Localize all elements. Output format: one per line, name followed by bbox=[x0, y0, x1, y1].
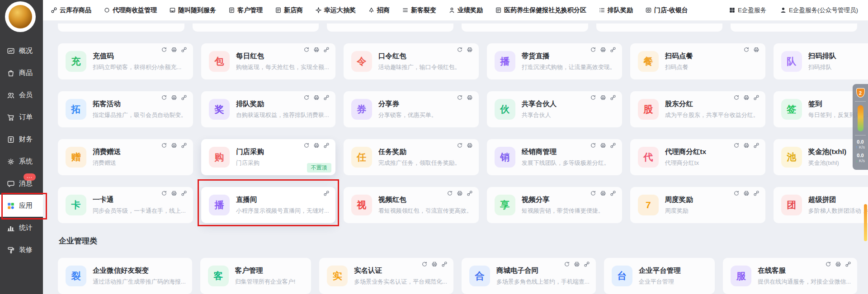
app-card-live-room[interactable]: 播 直播间 小程序显示视频号直播间，无缝对... bbox=[201, 187, 335, 223]
link-icon[interactable] bbox=[323, 94, 330, 101]
scrollbar-thumb[interactable] bbox=[864, 204, 867, 241]
sync-icon[interactable] bbox=[825, 261, 831, 267]
sidebar-item-system[interactable]: 系统 bbox=[0, 150, 43, 173]
link-icon[interactable] bbox=[610, 47, 616, 53]
app-card-customer-expansion[interactable]: 拓 拓客活动 指定爆品推广，吸引会员自动裂变。 bbox=[58, 91, 193, 127]
sync-icon[interactable] bbox=[590, 190, 596, 196]
topnav-item-queue-reward[interactable]: 排队奖励 bbox=[599, 6, 633, 14]
print-icon[interactable] bbox=[467, 47, 473, 53]
link-icon[interactable] bbox=[753, 94, 760, 101]
print-icon[interactable] bbox=[171, 142, 177, 149]
link-icon[interactable] bbox=[467, 190, 473, 196]
print-icon[interactable] bbox=[600, 47, 606, 53]
sync-icon[interactable] bbox=[457, 47, 463, 53]
app-card-wecom-friend-fission[interactable]: 裂 企业微信好友裂变 通过活动推广生成带推广码的海报... bbox=[58, 258, 192, 294]
topnav-item-agent-revenue[interactable]: 代理商收益管理 bbox=[104, 6, 157, 14]
app-card-shareholder-dividend[interactable]: 股 股东分红 成为平台股东，共享平台收益分红。 bbox=[630, 91, 765, 127]
print-icon[interactable] bbox=[313, 47, 320, 53]
app-card-video-redpacket[interactable]: 视 视频红包 看短视频领红包，引流宣传更高效。 bbox=[344, 187, 479, 223]
app-card-dealer-mgmt[interactable]: 销 经销商管理 发展下线团队，多等级极差分红。 bbox=[487, 139, 622, 175]
app-card-store-purchase[interactable]: 购 门店采购 门店采购 不置顶 bbox=[201, 139, 335, 175]
sync-icon[interactable] bbox=[590, 142, 596, 149]
app-card-consumption-gift[interactable]: 赠 消费赠送 消费赠送 bbox=[58, 139, 193, 175]
app-card-online-service[interactable]: 服 在线客服 提供在线沟通服务，对接企业微信... bbox=[723, 258, 857, 294]
sync-icon[interactable] bbox=[161, 190, 167, 196]
sidebar-item-members[interactable]: 会员 bbox=[0, 84, 43, 106]
sidebar-item-goods[interactable]: 商品 bbox=[0, 62, 43, 84]
print-icon[interactable] bbox=[835, 261, 841, 267]
app-card-shared-partner[interactable]: 伙 共享合伙人 共享合伙人 bbox=[487, 91, 622, 127]
link-icon[interactable] bbox=[181, 142, 187, 149]
sync-icon[interactable] bbox=[733, 142, 740, 149]
app-card-task-reward[interactable]: 任 任务奖励 完成推广任务，领取任务奖励。 bbox=[344, 139, 479, 175]
link-icon[interactable] bbox=[181, 94, 187, 101]
print-icon[interactable] bbox=[743, 190, 750, 196]
app-card-real-name-auth[interactable]: 实 实名认证 多场景业务实名认证，平台规范化... bbox=[319, 258, 453, 294]
link-icon[interactable] bbox=[181, 47, 187, 53]
app-card-scan-queue[interactable]: 队 扫码排队 扫码排队 bbox=[774, 43, 868, 79]
sync-icon[interactable] bbox=[457, 94, 463, 101]
link-icon[interactable] bbox=[845, 261, 851, 267]
sidebar-item-message[interactable]: 消息 ... bbox=[0, 173, 43, 195]
topnav-item-store-cashier[interactable]: 门店-收银台 bbox=[645, 6, 688, 14]
app-card-weekly-reward[interactable]: 7 周度奖励 周度奖励 bbox=[630, 187, 765, 223]
sync-icon[interactable] bbox=[303, 47, 310, 53]
link-icon[interactable] bbox=[610, 94, 616, 101]
topnav-item-on-call-service[interactable]: 随叫随到服务 bbox=[169, 6, 216, 14]
app-card-enterprise-platform-mgmt[interactable]: 台 企业平台管理 企业平台管理 bbox=[604, 258, 715, 294]
link-icon[interactable] bbox=[323, 142, 330, 149]
sync-icon[interactable] bbox=[743, 47, 750, 53]
topnav-item-performance-reward[interactable]: 业绩奖励 bbox=[448, 6, 483, 14]
link-icon[interactable] bbox=[584, 261, 590, 267]
link-icon[interactable] bbox=[753, 142, 760, 149]
link-icon[interactable] bbox=[441, 261, 448, 267]
sync-icon[interactable] bbox=[161, 94, 167, 101]
app-card-video-share[interactable]: 享 视频分享 短视频营销，带货传播更便捷。 bbox=[487, 187, 622, 223]
print-icon[interactable] bbox=[431, 261, 438, 267]
sync-icon[interactable] bbox=[303, 142, 310, 149]
link-icon[interactable] bbox=[610, 142, 616, 149]
print-icon[interactable] bbox=[600, 142, 606, 149]
topnav-item-new-customer-fission[interactable]: 新客裂变 bbox=[402, 6, 436, 14]
topnav-item-new-shop[interactable]: 新店商 bbox=[275, 6, 303, 14]
topnav-item-customer-mgmt[interactable]: 客户管理 bbox=[228, 6, 263, 14]
sidebar-item-overview[interactable]: 概况 bbox=[0, 40, 43, 62]
print-icon[interactable] bbox=[743, 94, 750, 101]
topnav-item-medical-points-zone[interactable]: 医药养生保健报社兑换积分区 bbox=[495, 6, 586, 14]
app-card-queue-reward-app[interactable]: 奖 排队奖励 自购获返现权益，推荐排队消费获... bbox=[201, 91, 335, 127]
topnav-right-eqy-account[interactable]: E企盈服务(公众号管理员) bbox=[780, 6, 858, 14]
print-icon[interactable] bbox=[171, 190, 177, 196]
app-card-one-card[interactable]: 卡 一卡通 同步会员等级，一卡通在手，线上... bbox=[58, 187, 193, 223]
print-icon[interactable] bbox=[600, 190, 606, 196]
print-icon[interactable] bbox=[171, 94, 177, 101]
network-monitor-widget[interactable]: 2 0.0 ↑ K/s 0.0 ↓ K/s bbox=[853, 84, 868, 170]
app-card-super-groupbuy[interactable]: 团 超级拼团 多阶梯人数拼团活动，参与拼团优... bbox=[774, 187, 868, 223]
app-card-scan-order-food[interactable]: 餐 扫码点餐 扫码点餐 bbox=[630, 43, 765, 79]
topnav-item-lucky-draw[interactable]: 幸运大抽奖 bbox=[315, 6, 356, 14]
sync-icon[interactable] bbox=[161, 47, 167, 53]
sync-icon[interactable] bbox=[161, 142, 167, 149]
sidebar-item-stats[interactable]: 统计 bbox=[0, 217, 43, 239]
print-icon[interactable] bbox=[600, 94, 606, 101]
print-icon[interactable] bbox=[467, 142, 473, 149]
print-icon[interactable] bbox=[457, 190, 463, 196]
sync-icon[interactable] bbox=[447, 190, 453, 196]
link-icon[interactable] bbox=[753, 190, 760, 196]
app-card-mall-e-contract[interactable]: 合 商城电子合同 多场景多角色线上签约，手机端查... bbox=[462, 258, 596, 294]
print-icon[interactable] bbox=[313, 142, 320, 149]
print-icon[interactable] bbox=[467, 94, 473, 101]
sidebar-item-finance[interactable]: 财务 bbox=[0, 128, 43, 150]
print-icon[interactable] bbox=[574, 261, 580, 267]
link-icon[interactable] bbox=[181, 190, 187, 196]
app-card-password-redpacket[interactable]: 令 口令红包 活动趣味推广，输口令领红包。 bbox=[344, 43, 479, 79]
app-card-daily-redpacket[interactable]: 包 每日红包 购物返现，每天抢红包，实现全额... bbox=[201, 43, 335, 79]
app-card-agent-dividend-tx[interactable]: 代 代理商分红tx 代理商分红tx bbox=[630, 139, 765, 175]
print-icon[interactable] bbox=[313, 94, 320, 101]
print-icon[interactable] bbox=[171, 47, 177, 53]
sync-icon[interactable] bbox=[303, 94, 310, 101]
topnav-right-eqy-service[interactable]: E企盈服务 bbox=[729, 6, 766, 14]
link-icon[interactable] bbox=[323, 190, 330, 196]
print-icon[interactable] bbox=[753, 47, 760, 53]
sync-icon[interactable] bbox=[421, 261, 428, 267]
sidebar-item-apps[interactable]: 应用 bbox=[0, 195, 43, 217]
